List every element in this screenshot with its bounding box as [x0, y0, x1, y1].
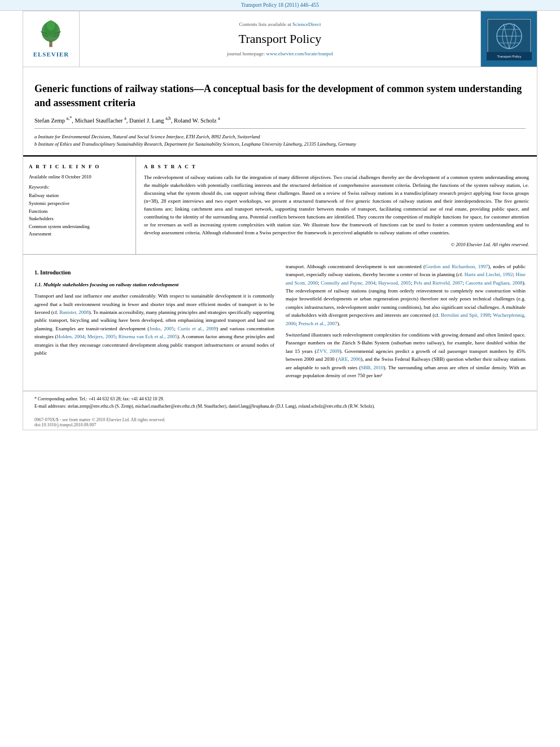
body-two-col: 1. Introduction 1.1. Multiple stakeholde…	[34, 263, 526, 383]
right-body-paragraph-2: Switzerland illustrates such redevelopme…	[286, 331, 526, 379]
svg-text:Transport Policy: Transport Policy	[497, 55, 521, 58]
right-body-paragraph-1: transport. Although concentrated develop…	[286, 263, 526, 327]
keyword-railway-station: Railway station	[29, 192, 130, 200]
elsevier-logo-area: ELSEVIER	[23, 11, 80, 67]
body-section: 1. Introduction 1.1. Multiple stakeholde…	[23, 254, 537, 391]
authors-line: Stefan Zemp a,*, Michael Stauffacher a, …	[34, 116, 526, 124]
left-body-paragraph-1: Transport and land use influence one ano…	[34, 292, 274, 357]
article-main-title: Generic functions of railway stations—A …	[34, 82, 526, 110]
section-1-heading: 1. Introduction	[34, 268, 274, 277]
doi-line: doi:10.1016/j.tranpol.2010.09.007	[34, 422, 526, 427]
are-ref[interactable]: ARE, 2006	[338, 356, 361, 362]
keyword-common-system: Common system understanding	[29, 223, 130, 231]
homepage-line: journal homepage: www.elsevier.com/locat…	[227, 51, 333, 56]
connolly-ref[interactable]: Connolly and Payne, 2004	[321, 280, 375, 286]
keyword-functions: Functions	[29, 208, 130, 216]
haywood-ref[interactable]: Haywood, 2005	[378, 280, 411, 286]
abstract-label: A B S T R A C T	[144, 164, 529, 169]
meijers-ref[interactable]: Meijers, 2005	[88, 334, 116, 339]
body-left-col: 1. Introduction 1.1. Multiple stakeholde…	[34, 263, 274, 383]
abstract-copyright: © 2010 Elsevier Ltd. All rights reserved…	[144, 242, 529, 247]
banister-ref[interactable]: Banister, 2008	[59, 309, 89, 315]
article-info-label: A R T I C L E I N F O	[29, 164, 130, 169]
affiliation-b: b Institute of Ethics and Transdisciplin…	[34, 141, 526, 148]
svg-point-3	[47, 20, 55, 30]
journal-header: ELSEVIER Contents lists available at Sci…	[23, 11, 537, 67]
keyword-stakeholders: Stakeholders	[29, 215, 130, 223]
tp-logo-svg: Transport Policy	[487, 18, 532, 60]
article-title-section: Generic functions of railway stations—A …	[23, 76, 537, 156]
journal-title-area: Contents lists available at ScienceDirec…	[80, 11, 480, 67]
keywords-label: Keywords:	[29, 184, 130, 190]
available-online: Available online 8 October 2010	[29, 174, 130, 180]
elsevier-tree-icon	[34, 20, 68, 49]
contents-available-line: Contents lists available at ScienceDirec…	[239, 21, 321, 27]
subsection-1-1-heading: 1.1. Multiple stakeholders focusing on r…	[34, 281, 274, 289]
gordon-ref[interactable]: Gordon and Richardson, 1997	[425, 264, 488, 269]
ritsema-ref[interactable]: Ritsema van Eck et al., 2005	[119, 334, 177, 339]
affiliations: a Institute for Environmental Decisions,…	[34, 133, 526, 148]
holden-ref[interactable]: Holden, 2004	[56, 334, 84, 339]
article-info-column: A R T I C L E I N F O Available online 8…	[23, 157, 136, 254]
cascetta-ref[interactable]: Cascetta and Pagliara, 2008	[466, 280, 523, 286]
corresponding-author-note: * Corresponding author. Tel.: +41 44 632…	[34, 396, 526, 403]
pretsch-ref[interactable]: Pretsch et al., 2007	[299, 321, 338, 326]
keyword-systemic: Systemic perspective	[29, 200, 130, 208]
info-abstract-section: A R T I C L E I N F O Available online 8…	[23, 156, 537, 254]
affiliation-a: a Institute for Environmental Decisions,…	[34, 133, 526, 141]
homepage-url[interactable]: www.elsevier.com/locate/tranpol	[266, 51, 333, 56]
journal-title: Transport Policy	[239, 32, 321, 46]
sbb-ref[interactable]: SBB, 2010	[361, 365, 383, 370]
bertolini-ref[interactable]: Bertolini and Spit, 1998	[441, 312, 490, 318]
keyword-assessment: Assessment	[29, 230, 130, 238]
abstract-text: The redevelopment of railway stations ca…	[144, 174, 529, 237]
curtis-ref[interactable]: Curtis et al., 2009	[178, 326, 217, 331]
abstract-column: A B S T R A C T The redevelopment of rai…	[136, 157, 537, 254]
sciencedirect-link[interactable]: ScienceDirect	[292, 21, 321, 27]
copyright-bottom: 0967-070X/$ - see front matter © 2010 El…	[23, 415, 537, 430]
email-addresses-note: E-mail addresses: stefan.zemp@env.ethz.c…	[34, 403, 526, 410]
issn-line: 0967-070X/$ - see front matter © 2010 El…	[34, 417, 526, 422]
tp-logo-image: Transport Policy	[487, 16, 532, 62]
article-container: Generic functions of railway stations—A …	[23, 67, 537, 430]
transport-policy-logo-area: Transport Policy	[480, 11, 537, 67]
body-right-col: transport. Although concentrated develop…	[286, 263, 526, 383]
hartz-ref[interactable]: Hartz and Liechti, 1992	[465, 272, 513, 277]
jenks-ref[interactable]: Jenks, 2005	[149, 326, 174, 331]
journal-citation-bar: Transport Policy 18 (2011) 446–455	[0, 0, 560, 11]
pels-ref[interactable]: Pels and Rietveld, 2007	[414, 280, 463, 286]
elsevier-brand-text: ELSEVIER	[33, 51, 69, 58]
journal-citation: Transport Policy 18 (2011) 446–455	[241, 2, 319, 8]
authors-divider	[34, 128, 526, 129]
zvv-ref[interactable]: ZVV, 2009	[316, 348, 339, 354]
footnote-section: * Corresponding author. Tel.: +41 44 632…	[23, 391, 537, 415]
